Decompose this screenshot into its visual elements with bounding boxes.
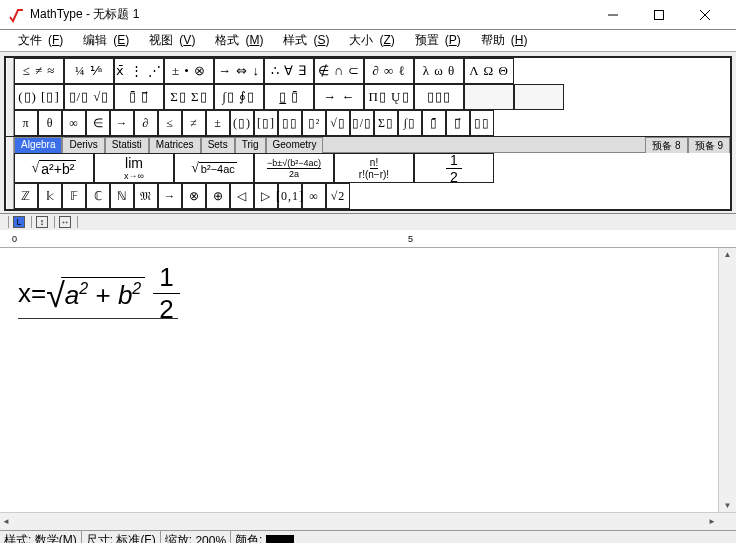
menu-edit[interactable]: 编辑(E) <box>71 30 135 51</box>
pal-underover[interactable]: ▯̲ ▯̄ <box>264 84 314 110</box>
tab-algebra[interactable]: Algebra <box>14 137 62 153</box>
close-button[interactable] <box>682 0 728 29</box>
pal-c[interactable]: ℂ <box>86 183 110 209</box>
tab-statisti[interactable]: Statisti <box>105 137 149 153</box>
palette-handle[interactable] <box>6 137 14 183</box>
pal-frac[interactable]: ▯/▯ <box>350 110 374 136</box>
align-center-icon[interactable]: ↕ <box>36 216 48 228</box>
pal-sets[interactable]: ∉ ∩ ⊂ <box>314 58 364 84</box>
horizontal-scrollbar[interactable]: ◄ ► <box>0 512 736 530</box>
pal-infty[interactable]: ∞ <box>62 110 86 136</box>
pal-operators[interactable]: ± • ⊗ <box>164 58 214 84</box>
align-left-icon[interactable]: L <box>13 216 25 228</box>
pal-bar[interactable]: ▯̄ <box>422 110 446 136</box>
pal-frac-root[interactable]: ▯/▯ √▯ <box>64 84 114 110</box>
pal-dots[interactable]: ⅹ̄ ⋮ ⋰ <box>114 58 164 84</box>
minimize-button[interactable] <box>590 0 636 29</box>
pal-fractions[interactable]: ¼ ⅟ⁿ <box>64 58 114 84</box>
tab-preset9[interactable]: 预备 9 <box>688 137 730 153</box>
pal-sqrt[interactable]: √▯ <box>326 110 350 136</box>
tab-preset8[interactable]: 预备 8 <box>645 137 687 153</box>
pal-arrow[interactable]: → <box>158 183 182 209</box>
pal-matrix[interactable]: ▯▯▯ <box>414 84 464 110</box>
tab-derivs[interactable]: Derivs <box>62 137 104 153</box>
pal-oplus[interactable]: ⊕ <box>206 183 230 209</box>
pal-elem[interactable]: ∈ <box>86 110 110 136</box>
pal-pi[interactable]: π <box>14 110 38 136</box>
pal-m[interactable]: 𝔐 <box>134 183 158 209</box>
pal-logic[interactable]: ∴ ∀ ∃ <box>264 58 314 84</box>
pal-labeled-arrow[interactable]: → ← <box>314 84 364 110</box>
pal-otimes[interactable]: ⊗ <box>182 183 206 209</box>
ruler[interactable]: 0 5 <box>0 230 736 248</box>
pal-greek-upper[interactable]: Λ Ω Θ <box>464 58 514 84</box>
pal-bracket[interactable]: [▯] <box>254 110 278 136</box>
tab-geometry[interactable]: Geometry <box>266 137 324 153</box>
pal-interval[interactable]: [0,1] <box>278 183 302 209</box>
tab-trig[interactable]: Trig <box>235 137 266 153</box>
tpl-lim[interactable]: limx→∞ <box>94 153 174 183</box>
scroll-down-icon[interactable]: ▼ <box>724 501 732 510</box>
pal-sigma[interactable]: Σ▯ <box>374 110 398 136</box>
status-zoom[interactable]: 缩放: 200% <box>161 531 231 543</box>
pal-fences[interactable]: (▯) [▯] <box>14 84 64 110</box>
status-size[interactable]: 尺寸: 标准(F) <box>82 531 161 543</box>
pal-int[interactable]: ∫▯ <box>398 110 422 136</box>
menu-help[interactable]: 帮助(H) <box>469 30 534 51</box>
menu-view[interactable]: 视图(V) <box>137 30 201 51</box>
scroll-left-icon[interactable]: ◄ <box>2 517 10 526</box>
pal-pm[interactable]: ± <box>206 110 230 136</box>
align-right-icon[interactable]: ↔ <box>59 216 71 228</box>
tpl-quadratic[interactable]: −b±√(b²−4ac)2a <box>254 153 334 183</box>
menu-format[interactable]: 格式(M) <box>203 30 269 51</box>
status-style[interactable]: 样式: 数学(M) <box>0 531 82 543</box>
pal-sup[interactable]: ▯² <box>302 110 326 136</box>
pal-n[interactable]: ℕ <box>110 183 134 209</box>
pal-product[interactable]: Π▯ Ų▯ <box>364 84 414 110</box>
tab-sets[interactable]: Sets <box>201 137 235 153</box>
palette-handle[interactable] <box>6 110 14 136</box>
pal-z[interactable]: ℤ <box>14 183 38 209</box>
palette-handle[interactable] <box>6 58 14 84</box>
menu-style[interactable]: 样式(S) <box>271 30 335 51</box>
tpl-half[interactable]: 12 <box>414 153 494 183</box>
pal-integral[interactable]: ∫▯ ∮▯ <box>214 84 264 110</box>
pal-ne[interactable]: ≠ <box>182 110 206 136</box>
pal-to[interactable]: → <box>110 110 134 136</box>
pal-greek-lower[interactable]: λ ω θ <box>414 58 464 84</box>
scroll-up-icon[interactable]: ▲ <box>724 250 732 259</box>
tpl-sqrt-ab[interactable]: √a²+b² <box>14 153 94 183</box>
pal-partial[interactable]: ∂ <box>134 110 158 136</box>
pal-k[interactable]: 𝕜 <box>38 183 62 209</box>
pal-relations[interactable]: ≤ ≠ ≈ <box>14 58 64 84</box>
status-color[interactable]: 颜色: <box>231 531 298 543</box>
formula[interactable]: x = √ a2 + b2 1 2 <box>18 262 180 325</box>
pal-infty2[interactable]: ∞ <box>302 183 326 209</box>
pal-vec[interactable]: ▯⃗ <box>446 110 470 136</box>
pal-overbar[interactable]: ▯̄ ▯⃗ <box>114 84 164 110</box>
palette-handle[interactable] <box>6 183 14 209</box>
menu-preset[interactable]: 预置(P) <box>403 30 467 51</box>
pal-calculus[interactable]: ∂ ∞ ℓ <box>364 58 414 84</box>
menu-size[interactable]: 大小(Z) <box>337 30 400 51</box>
scroll-right-icon[interactable]: ► <box>708 517 716 526</box>
tpl-binomial[interactable]: n!r!(n−r)! <box>334 153 414 183</box>
palette-handle[interactable] <box>6 84 14 110</box>
maximize-button[interactable] <box>636 0 682 29</box>
pal-sum[interactable]: Σ▯ Σ▯ <box>164 84 214 110</box>
pal-sqrt2[interactable]: √2 <box>326 183 350 209</box>
tpl-discriminant[interactable]: √b²−4ac <box>174 153 254 183</box>
menu-file[interactable]: 文件(F) <box>6 30 69 51</box>
tab-matrices[interactable]: Matrices <box>149 137 201 153</box>
pal-rtri[interactable]: ▷ <box>254 183 278 209</box>
pal-theta[interactable]: θ <box>38 110 62 136</box>
equation-canvas[interactable]: x = √ a2 + b2 1 2 <box>0 248 718 512</box>
pal-ltri[interactable]: ◁ <box>230 183 254 209</box>
pal-arrows[interactable]: → ⇔ ↓ <box>214 58 264 84</box>
pal-box[interactable]: ▯▯ <box>278 110 302 136</box>
pal-mat[interactable]: ▯▯ <box>470 110 494 136</box>
pal-f[interactable]: 𝔽 <box>62 183 86 209</box>
pal-paren[interactable]: (▯) <box>230 110 254 136</box>
pal-le[interactable]: ≤ <box>158 110 182 136</box>
vertical-scrollbar[interactable]: ▲ ▼ <box>718 248 736 512</box>
